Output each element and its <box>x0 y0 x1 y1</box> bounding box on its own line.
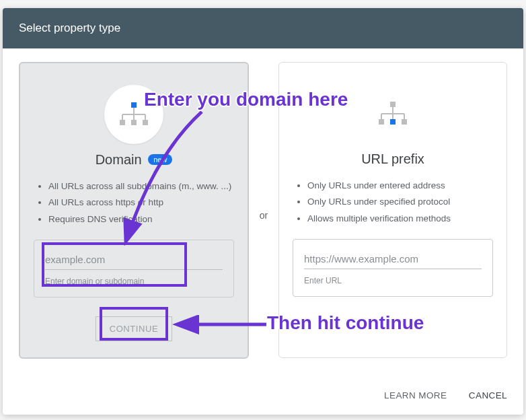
url-bullet: Only URLs under specified protocol <box>307 194 493 210</box>
url-bullet: Allows multiple verification methods <box>307 211 493 227</box>
url-bullets: Only URLs under entered address Only URL… <box>293 178 493 227</box>
dialog-title: Select property type <box>19 22 120 34</box>
svg-rect-7 <box>131 120 137 125</box>
url-input-box: Enter URL <box>293 239 493 297</box>
url-bullet: Only URLs under entered address <box>307 178 493 194</box>
domain-bullet: Requires DNS verification <box>48 211 234 228</box>
url-title-text: URL prefix <box>361 151 424 166</box>
svg-rect-8 <box>143 120 148 125</box>
domain-input-box: Enter domain or subdomain <box>34 240 234 298</box>
svg-rect-17 <box>402 119 407 125</box>
domain-bullets: All URLs across all subdomains (m., www.… <box>34 178 234 228</box>
sitemap-icon <box>117 101 151 128</box>
svg-rect-6 <box>120 120 125 125</box>
domain-card[interactable]: Domain new All URLs across all subdomain… <box>19 62 249 359</box>
continue-button[interactable]: CONTINUE <box>96 316 173 341</box>
svg-rect-15 <box>379 119 384 125</box>
sitemap-icon <box>376 100 410 127</box>
continue-wrap: CONTINUE <box>34 316 234 341</box>
url-card-title: URL prefix <box>293 151 493 167</box>
dialog-body: Domain new All URLs across all subdomain… <box>3 48 523 380</box>
domain-card-title: Domain new <box>34 152 234 168</box>
url-input-hint: Enter URL <box>304 276 482 285</box>
domain-bullet: All URLs across https or http <box>48 195 234 211</box>
dialog-footer: LEARN MORE CANCEL <box>3 380 523 415</box>
learn-more-button[interactable]: LEARN MORE <box>384 390 447 400</box>
domain-title-text: Domain <box>96 152 142 167</box>
domain-bullet: All URLs across all subdomains (m., www.… <box>48 178 234 195</box>
domain-input[interactable] <box>45 250 223 270</box>
url-prefix-card[interactable]: URL prefix Only URLs under entered addre… <box>278 62 507 358</box>
url-icon-circle <box>363 84 422 143</box>
dialog-header: Select property type <box>3 8 523 48</box>
cancel-button[interactable]: CANCEL <box>469 390 507 400</box>
cards-row: Domain new All URLs across all subdomain… <box>19 62 507 359</box>
url-input[interactable] <box>304 249 482 269</box>
new-badge: new <box>148 154 172 165</box>
svg-rect-9 <box>390 102 396 107</box>
domain-icon-circle <box>104 85 163 144</box>
select-property-dialog: Select property type <box>3 8 523 415</box>
or-separator: or <box>249 62 278 221</box>
domain-input-hint: Enter domain or subdomain <box>45 277 223 286</box>
svg-rect-0 <box>131 102 137 108</box>
svg-rect-16 <box>390 119 396 125</box>
